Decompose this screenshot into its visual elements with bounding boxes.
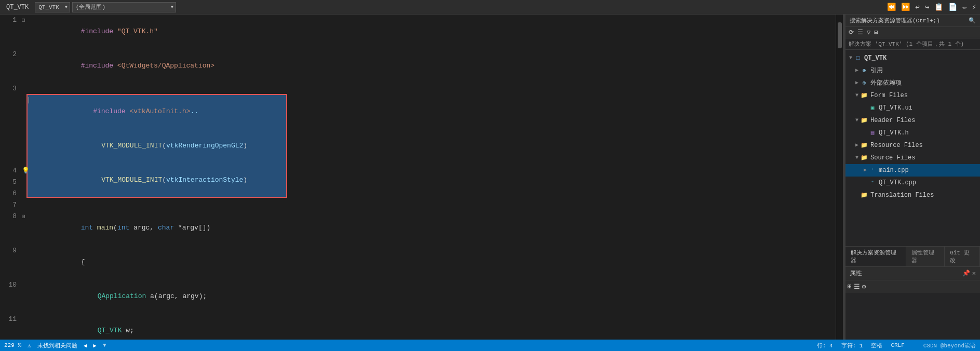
icon-ui: ▣ bbox=[868, 104, 877, 112]
qapp-class: QApplication bbox=[98, 292, 146, 300]
line-content-4: #include <vtkAutoInit.h>.. bbox=[36, 95, 287, 129]
tree-item-external[interactable]: ▶ ⊕ 外部依赖项 bbox=[845, 77, 980, 89]
toolbar-redo[interactable]: ↪ bbox=[923, 2, 931, 12]
solution-subtitle: 解决方案 'QT_VTK' (1 个项目，共 1 个) bbox=[845, 38, 980, 50]
expand-ref[interactable]: ▶ bbox=[854, 65, 860, 76]
kw-char: char bbox=[158, 224, 178, 232]
toolbar-forward[interactable]: ⏩ bbox=[900, 2, 911, 12]
tree-item-qt-vtk-h[interactable]: ▤ QT_VTK.h bbox=[845, 127, 980, 139]
code-line-9: 9 { bbox=[0, 245, 836, 279]
icon-qt-vtk-cpp: ⁺ bbox=[868, 179, 877, 187]
main-area: 1 ⊟ #include "QT_VTK.h" 2 #include <QtWi… bbox=[0, 15, 980, 340]
line-nums-overlay: 4 💡 5 6 bbox=[0, 165, 836, 199]
tree-item-qt-vtk[interactable]: ▼ □ QT_VTK bbox=[845, 52, 980, 64]
code-line-8: 8 ⊟ int main(int argc, char *argv[]) bbox=[0, 211, 836, 245]
line-num-9: 9 bbox=[0, 245, 22, 279]
line-content-5: VTK_MODULE_INIT(vtkRenderingOpenGL2) bbox=[36, 129, 287, 163]
panel-tabs: 解决方案资源管理器 属性管理器 Git 更改 bbox=[845, 247, 980, 267]
yellow-indicator-4: │ bbox=[27, 97, 31, 103]
line-num-10: 10 bbox=[0, 279, 22, 314]
expand-resource-files[interactable]: ▶ bbox=[854, 140, 860, 151]
props-list-icon[interactable]: ☰ bbox=[854, 282, 860, 291]
collapse-1[interactable]: ⊟ bbox=[22, 17, 25, 23]
tab-git-changes[interactable]: Git 更改 bbox=[945, 247, 980, 266]
tree-item-qt-vtk-ui[interactable]: ▣ QT_VTK.ui bbox=[845, 102, 980, 114]
tree-item-header-files[interactable]: ▼ 📁 Header Files bbox=[845, 114, 980, 127]
line-content-11: QT_VTK w; bbox=[32, 314, 836, 340]
nav-next-btn[interactable]: ▶ bbox=[93, 342, 97, 349]
warning-icon[interactable]: ⚠ bbox=[28, 342, 31, 349]
expand-form-files[interactable]: ▼ bbox=[854, 90, 860, 101]
code-line-5-num: 5 bbox=[0, 177, 836, 188]
argv-decl: *argv[]) bbox=[178, 224, 210, 232]
label-qt-vtk-ui: QT_VTK.ui bbox=[879, 103, 912, 113]
gutter-9 bbox=[22, 245, 32, 279]
scope-dropdown[interactable]: (全局范围) ▼ bbox=[72, 2, 176, 12]
solution-tree[interactable]: ▼ □ QT_VTK ▶ ⊕ 引用 ▶ ⊕ 外部依赖项 ▼ 📁 Form Fil… bbox=[845, 50, 980, 246]
tab-property-manager[interactable]: 属性管理器 bbox=[906, 247, 945, 266]
code-scroll[interactable]: 1 ⊟ #include "QT_VTK.h" 2 #include <QtWi… bbox=[0, 15, 836, 340]
code-line-11: 11 QT_VTK w; bbox=[0, 314, 836, 340]
kw-int: int bbox=[81, 224, 97, 232]
scrollbar-thumb[interactable] bbox=[838, 22, 842, 48]
se-filter-btn[interactable]: ▽ bbox=[866, 28, 871, 37]
main-params: ( bbox=[113, 224, 117, 232]
expand-source-files[interactable]: ▼ bbox=[854, 153, 860, 163]
expand-external[interactable]: ▶ bbox=[854, 78, 860, 88]
label-external: 外部依赖项 bbox=[870, 78, 902, 88]
kw-int2: int bbox=[117, 224, 129, 232]
tree-item-translation-files[interactable]: 📁 Translation Files bbox=[845, 189, 980, 201]
tab-solution-explorer[interactable]: 解决方案资源管理器 bbox=[845, 247, 906, 266]
tree-item-ref[interactable]: ▶ ⊕ 引用 bbox=[845, 64, 980, 77]
label-translation-files: Translation Files bbox=[870, 190, 934, 200]
line-content-2: #include <QtWidgets/QApplication> bbox=[32, 49, 836, 83]
line-num-8: 8 bbox=[0, 211, 22, 245]
dots-4: .. bbox=[190, 107, 198, 115]
se-sync-btn[interactable]: ⟳ bbox=[848, 28, 855, 37]
toolbar-back[interactable]: ⏪ bbox=[885, 2, 897, 12]
vtk-macro-5: VTK_MODULE_INIT bbox=[101, 142, 162, 150]
top-bar: QT_VTK QT_VTK ▼ (全局范围) ▼ ⏪ ⏩ ↩ ↪ 📋 📄 ✏ ⚡ bbox=[0, 0, 980, 15]
line-content-10: QApplication a(argc, argv); bbox=[32, 279, 836, 314]
toolbar-copy[interactable]: 📋 bbox=[933, 2, 945, 12]
collapse-8[interactable]: ⊟ bbox=[22, 213, 25, 220]
toolbar-undo[interactable]: ↩ bbox=[914, 2, 921, 12]
expand-qt-vtk[interactable]: ▼ bbox=[848, 53, 854, 63]
toolbar-edit[interactable]: ✏ bbox=[961, 2, 968, 12]
line-content-8: int main(int argc, char *argv[]) bbox=[32, 211, 836, 245]
line-num-7: 7 bbox=[0, 199, 22, 211]
expand-main-cpp[interactable]: ▶ bbox=[862, 165, 868, 176]
tree-item-qt-vtk-cpp[interactable]: ⁺ QT_VTK.cpp bbox=[845, 177, 980, 189]
props-grid-icon[interactable]: ⊞ bbox=[848, 282, 852, 291]
props-settings-icon[interactable]: ⚙ bbox=[862, 282, 866, 291]
status-encoding: CRLF bbox=[891, 342, 904, 348]
tree-item-main-cpp[interactable]: ▶ ⁺ main.cpp bbox=[845, 164, 980, 177]
keyword-include: #include bbox=[81, 28, 117, 35]
close-panel-btn[interactable]: ✕ bbox=[972, 269, 976, 277]
nav-more-btn[interactable]: ▼ bbox=[103, 342, 106, 348]
nav-prev-btn[interactable]: ◀ bbox=[84, 342, 87, 349]
toolbar-new[interactable]: 📄 bbox=[947, 2, 959, 12]
toolbar-run[interactable]: ⚡ bbox=[971, 2, 978, 12]
tree-item-form-files[interactable]: ▼ 📁 Form Files bbox=[845, 89, 980, 102]
icon-source-files: 📁 bbox=[860, 154, 868, 162]
file-dropdown[interactable]: QT_VTK ▼ bbox=[35, 2, 70, 12]
expand-header-files[interactable]: ▼ bbox=[854, 115, 860, 126]
se-props-btn[interactable]: ☰ bbox=[856, 28, 864, 37]
toolbar-icons: ⏪ ⏩ ↩ ↪ 📋 📄 ✏ ⚡ bbox=[885, 2, 978, 12]
se-collapse-btn[interactable]: ⊟ bbox=[873, 28, 879, 37]
lightbulb-icon[interactable]: 💡 bbox=[22, 165, 30, 177]
code-container[interactable]: 1 ⊟ #include "QT_VTK.h" 2 #include <QtWi… bbox=[0, 15, 843, 340]
code-line-5: VTK_MODULE_INIT(vtkRenderingOpenGL2) bbox=[27, 129, 287, 163]
search-icon-se[interactable]: 🔍 bbox=[969, 17, 976, 24]
minimap[interactable] bbox=[836, 15, 843, 340]
keyword-include-2: #include bbox=[81, 62, 117, 70]
status-bar: 229 % ⚠ 未找到相关问题 ◀ ▶ ▼ 行: 4 字符: 1 空格 CRLF… bbox=[0, 340, 980, 351]
properties-header: 属性 📌 ✕ bbox=[845, 267, 980, 280]
right-panel-bottom: 解决方案资源管理器 属性管理器 Git 更改 属性 📌 ✕ ⊞ ☰ ⚙ bbox=[845, 246, 980, 340]
tree-item-source-files[interactable]: ▼ 📁 Source Files bbox=[845, 152, 980, 164]
tree-item-resource-files[interactable]: ▶ 📁 Resource Files bbox=[845, 139, 980, 152]
pin-icon[interactable]: 📌 bbox=[962, 269, 970, 277]
label-qt-vtk-h: QT_VTK.h bbox=[879, 128, 909, 138]
fn-main: main bbox=[97, 224, 113, 232]
